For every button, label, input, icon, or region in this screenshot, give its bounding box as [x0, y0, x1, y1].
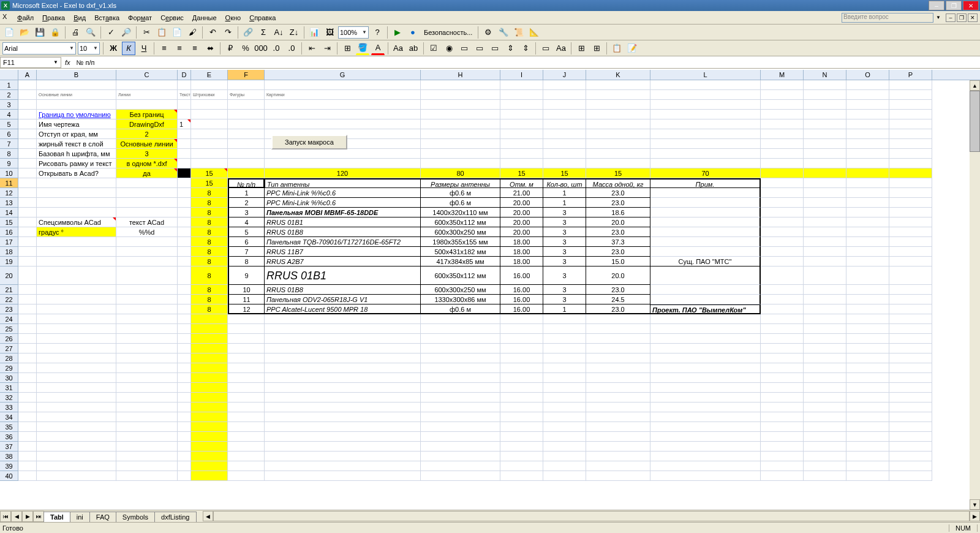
- cell-N12[interactable]: [804, 188, 846, 198]
- row-header[interactable]: 33: [0, 403, 18, 412]
- cell-M26[interactable]: [761, 334, 804, 344]
- scroll-down-icon[interactable]: ▼: [970, 499, 980, 510]
- cell-I19[interactable]: 18.00: [500, 257, 543, 266]
- cell-I27[interactable]: [500, 344, 543, 353]
- cell-M40[interactable]: [761, 471, 804, 481]
- underline-icon[interactable]: Ч: [137, 42, 151, 55]
- cell-F31[interactable]: [228, 383, 265, 393]
- cell-C23[interactable]: [116, 304, 178, 314]
- cell-K19[interactable]: 15.0: [586, 257, 650, 266]
- cell-G31[interactable]: [265, 383, 421, 393]
- cell-O28[interactable]: [846, 353, 889, 363]
- cell-P10[interactable]: [889, 168, 932, 178]
- cell-K7[interactable]: [586, 139, 650, 149]
- cell-N23[interactable]: [804, 304, 846, 314]
- cell-C24[interactable]: [116, 314, 178, 324]
- cell-E20[interactable]: 8: [191, 266, 228, 285]
- cell-E38[interactable]: [191, 452, 228, 461]
- cell-I38[interactable]: [500, 452, 543, 461]
- cell-F9[interactable]: [228, 159, 265, 168]
- cell-N40[interactable]: [804, 471, 846, 481]
- cell-O20[interactable]: [846, 266, 889, 285]
- cell-O1[interactable]: [846, 80, 889, 90]
- cell-J20[interactable]: 3: [543, 266, 586, 285]
- cell-G27[interactable]: [265, 344, 421, 353]
- cell-L34[interactable]: [650, 412, 761, 422]
- cell-J8[interactable]: [543, 149, 586, 159]
- cell-G1[interactable]: [265, 80, 421, 90]
- cell-C17[interactable]: [116, 237, 178, 247]
- cell-M19[interactable]: [761, 257, 804, 266]
- more-icon[interactable]: ⊞: [590, 42, 603, 55]
- cell-L29[interactable]: [650, 363, 761, 373]
- cell-P33[interactable]: [889, 403, 932, 412]
- cell-B33[interactable]: [37, 403, 116, 412]
- cell-F34[interactable]: [228, 412, 265, 422]
- cell-J39[interactable]: [543, 461, 586, 471]
- cell-O2[interactable]: [846, 90, 889, 100]
- col-header[interactable]: L: [650, 70, 761, 80]
- cell-B35[interactable]: [37, 422, 116, 432]
- cell-D4[interactable]: [178, 110, 191, 119]
- preview-icon[interactable]: 🔍: [84, 26, 97, 39]
- col-header[interactable]: F: [228, 70, 265, 80]
- cell-P23[interactable]: [889, 304, 932, 314]
- cell-I13[interactable]: 20.00: [500, 198, 543, 208]
- hscroll-right-icon[interactable]: ▶: [970, 511, 980, 521]
- cell-J25[interactable]: [543, 324, 586, 334]
- cell-C8[interactable]: 3: [116, 149, 178, 159]
- checkbox-icon[interactable]: ☑: [427, 42, 440, 55]
- cell-N32[interactable]: [804, 393, 846, 403]
- cell-F38[interactable]: [228, 452, 265, 461]
- cell-I29[interactable]: [500, 363, 543, 373]
- cell-M25[interactable]: [761, 324, 804, 334]
- cell-B26[interactable]: [37, 334, 116, 344]
- cell-I36[interactable]: [500, 432, 543, 442]
- cell-I33[interactable]: [500, 403, 543, 412]
- cell-I15[interactable]: 20.00: [500, 217, 543, 227]
- copy-icon[interactable]: 📋: [155, 26, 168, 39]
- hscroll-track[interactable]: [213, 511, 970, 521]
- cell-A1[interactable]: [18, 80, 37, 90]
- cell-P9[interactable]: [889, 159, 932, 168]
- cell-O11[interactable]: [846, 178, 889, 188]
- radio-icon[interactable]: ◉: [442, 42, 456, 55]
- cell-C28[interactable]: [116, 353, 178, 363]
- cell-G9[interactable]: [265, 159, 421, 168]
- grid-icon[interactable]: ⊞: [575, 42, 588, 55]
- cell-H13[interactable]: ф0.6 м: [421, 198, 500, 208]
- cell-G24[interactable]: [265, 314, 421, 324]
- sort-desc-icon[interactable]: Z↓: [287, 26, 301, 39]
- cell-A22[interactable]: [18, 295, 37, 304]
- row-header[interactable]: 23: [0, 304, 18, 314]
- cell-F23[interactable]: 12: [228, 304, 265, 314]
- cell-B15[interactable]: Спецсимволы ACad: [37, 217, 116, 227]
- help-icon[interactable]: ?: [371, 26, 384, 39]
- cell-F4[interactable]: [228, 110, 265, 119]
- cell-F17[interactable]: 6: [228, 237, 265, 247]
- cell-H18[interactable]: 500x431x182 мм: [421, 247, 500, 257]
- cell-K24[interactable]: [586, 314, 650, 324]
- cell-I25[interactable]: [500, 324, 543, 334]
- cell-E29[interactable]: [191, 363, 228, 373]
- cell-D37[interactable]: [178, 442, 191, 452]
- sheet-tab-tabl[interactable]: Tabl: [43, 512, 70, 522]
- cell-C20[interactable]: [116, 266, 178, 285]
- dec-indent-icon[interactable]: ⇤: [305, 42, 318, 55]
- security-label[interactable]: Безопасность...: [421, 29, 475, 36]
- cell-O33[interactable]: [846, 403, 889, 412]
- cell-K5[interactable]: [586, 119, 650, 129]
- sort-asc-icon[interactable]: A↓: [272, 26, 285, 39]
- cell-P39[interactable]: [889, 461, 932, 471]
- cell-C38[interactable]: [116, 452, 178, 461]
- cell-A25[interactable]: [18, 324, 37, 334]
- cell-G32[interactable]: [265, 393, 421, 403]
- cell-N20[interactable]: [804, 266, 846, 285]
- cell-J9[interactable]: [543, 159, 586, 168]
- cell-A6[interactable]: [18, 129, 37, 139]
- cell-B20[interactable]: [37, 266, 116, 285]
- cell-I16[interactable]: 20.00: [500, 227, 543, 237]
- cell-D13[interactable]: [178, 198, 191, 208]
- cell-M6[interactable]: [761, 129, 804, 139]
- row-header[interactable]: 18: [0, 247, 18, 257]
